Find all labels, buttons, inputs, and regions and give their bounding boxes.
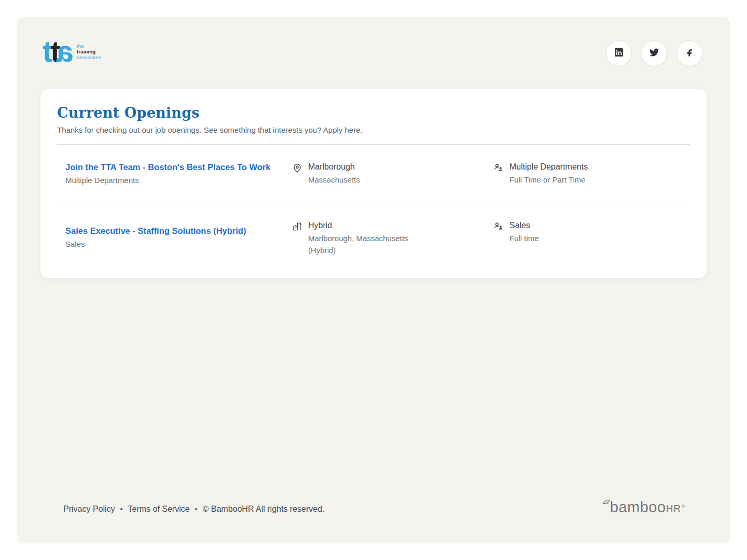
job-location-cell: Marlborough Massachusetts [292,162,493,185]
logo-tagline-associates: associates [77,55,101,61]
job-employment-cell: Multiple Departments Full Time or Part T… [493,162,690,185]
job-location-text: Hybrid Marlborough, Massachusetts (Hybri… [308,221,408,256]
location-mode: Hybrid [308,221,408,230]
job-title-block: Sales Executive - Staffing Solutions (Hy… [65,226,292,248]
job-title-block: Join the TTA Team - Boston's Best Places… [65,162,292,185]
employment-type: Full time [509,233,539,244]
job-title-link[interactable]: Sales Executive - Staffing Solutions (Hy… [65,226,246,236]
twitter-button[interactable] [641,40,667,66]
employment-department: Multiple Departments [509,162,588,172]
facebook-icon [684,47,695,60]
job-employment-text: Multiple Departments Full Time or Part T… [509,162,588,185]
job-row: Join the TTA Team - Boston's Best Places… [57,145,690,203]
location-hybrid-note: (Hybrid) [308,245,408,256]
hybrid-icon [292,221,302,232]
location-city-state: Marlborough, Massachusetts [308,233,408,244]
employment-type: Full Time or Part Time [509,174,588,185]
map-pin-icon [292,163,302,173]
tta-logo[interactable]: tta the training associates [43,38,101,65]
job-title-link[interactable]: Join the TTA Team - Boston's Best Places… [65,162,270,172]
social-buttons [606,40,702,66]
footer-bullet: • [195,505,198,513]
job-employment-cell: Sales Full time [493,221,690,244]
current-openings-card: Current Openings Thanks for checking out… [40,89,707,278]
bamboohr-logo: bambooHR® [603,499,685,515]
location-state: Massachusetts [308,174,360,185]
job-location-cell: Hybrid Marlborough, Massachusetts (Hybri… [292,221,493,256]
linkedin-button[interactable] [606,40,632,66]
logo-letter-t1: t [43,34,50,68]
job-department-label: Multiple Departments [65,176,292,185]
bamboo-registered-mark: ® [682,504,685,509]
bamboo-hr-suffix: HR [666,502,681,515]
people-icon [493,163,504,173]
employment-department: Sales [509,221,539,230]
page-container: tta the training associates Current Open… [17,17,730,543]
footer-bullet: • [120,505,123,513]
facebook-button[interactable] [676,40,702,66]
job-employment-text: Sales Full time [509,221,539,244]
bamboo-wordmark: bamboo [610,500,666,515]
page-title: Current Openings [57,105,690,121]
linkedin-icon [614,47,624,60]
job-department-label: Sales [65,240,292,248]
logo-tagline: the training associates [77,44,101,61]
logo-letter-a: a [59,38,73,65]
people-icon [493,221,504,232]
location-city: Marlborough [308,162,360,172]
logo-letter-t2: t [50,34,58,68]
job-row: Sales Executive - Staffing Solutions (Hy… [57,203,690,273]
privacy-policy-link[interactable]: Privacy Policy [63,505,115,514]
twitter-icon [649,47,659,60]
footer-links: Privacy Policy • Terms of Service • © Ba… [63,505,325,514]
tta-logo-word: tta [43,38,73,65]
job-location-text: Marlborough Massachusetts [308,162,360,185]
terms-of-service-link[interactable]: Terms of Service [128,505,189,514]
copyright-text: © BambooHR All rights reserved. [203,505,325,514]
page-subtitle: Thanks for checking out our job openings… [57,125,690,134]
